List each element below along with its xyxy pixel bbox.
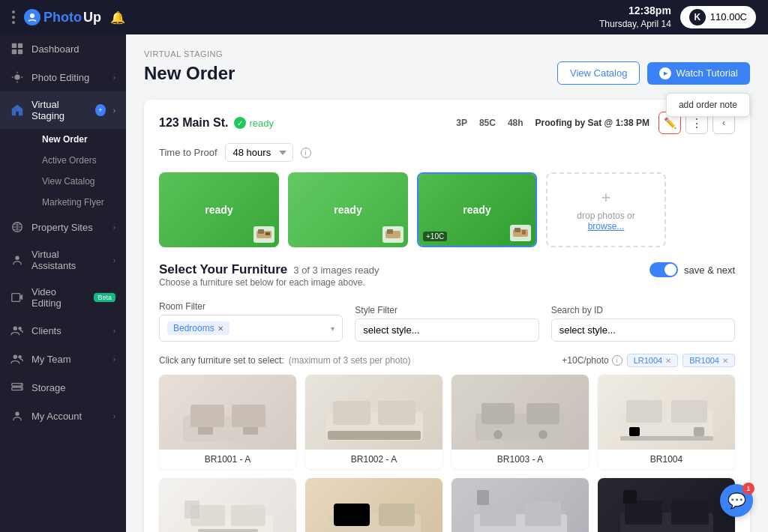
svg-rect-41 bbox=[626, 400, 662, 423]
svg-rect-36 bbox=[482, 403, 514, 424]
furniture-item-br2002a[interactable]: BR2002 - A bbox=[598, 478, 735, 532]
chevron-icon: › bbox=[113, 412, 116, 420]
svg-rect-62 bbox=[671, 501, 709, 525]
photo-thumb-3[interactable]: ready +10C bbox=[417, 172, 537, 247]
svg-point-15 bbox=[21, 384, 22, 386]
furniture-item-br1005a[interactable]: BR1005 - A bbox=[159, 478, 296, 532]
photos-count: 3P bbox=[456, 118, 467, 128]
watch-tutorial-button[interactable]: Watch Tutorial bbox=[647, 62, 750, 85]
topbar-right: 12:38pm Thursday, April 14 K 110.00C bbox=[599, 4, 756, 31]
extra-cost-info-icon[interactable]: i bbox=[612, 355, 622, 366]
furniture-item-br1006a[interactable]: BR1006 - A bbox=[305, 478, 442, 532]
svg-rect-42 bbox=[671, 400, 707, 423]
svg-rect-61 bbox=[625, 501, 662, 525]
sidebar-item-virtual-staging[interactable]: Virtual Staging + › bbox=[0, 91, 126, 129]
sidebar-sub-item-view-catalog[interactable]: View Catalog bbox=[32, 171, 126, 192]
svg-rect-45 bbox=[694, 427, 704, 436]
furniture-item-br1003a[interactable]: BR1003 - A bbox=[452, 375, 589, 469]
sidebar-item-virtual-assistants[interactable]: Virtual Assistants › bbox=[0, 241, 126, 279]
sidebar-label-my-account: My Account bbox=[32, 411, 82, 422]
sidebar-item-photo-editing[interactable]: Photo Editing › bbox=[0, 63, 126, 91]
logo-up: Up bbox=[83, 10, 101, 25]
order-header: 123 Main St. ready 3P 85C 48h Proofing b… bbox=[159, 112, 735, 134]
svg-point-9 bbox=[14, 327, 17, 330]
order-meta: 3P 85C 48h Proofing by Sat @ 1:38 PM bbox=[456, 118, 650, 128]
sidebar-label-clients: Clients bbox=[32, 325, 62, 336]
chevron-icon: › bbox=[113, 355, 116, 363]
photo-thumb-1[interactable]: ready bbox=[159, 172, 279, 247]
svg-rect-43 bbox=[620, 436, 713, 441]
svg-rect-59 bbox=[477, 490, 489, 505]
chevron-icon: › bbox=[113, 106, 116, 115]
sidebar-item-dashboard[interactable]: Dashboard bbox=[0, 34, 126, 63]
current-time: 12:38pm bbox=[599, 4, 671, 19]
sidebar-sub-item-active-orders[interactable]: Active Orders bbox=[32, 150, 126, 171]
search-filter-wrap: select style... bbox=[551, 318, 735, 342]
svg-point-7 bbox=[15, 256, 19, 260]
search-filter-label: Search by ID bbox=[551, 305, 735, 315]
view-catalog-button[interactable]: View Catalog bbox=[557, 61, 640, 85]
svg-point-39 bbox=[538, 430, 548, 439]
order-address: 123 Main St. ready bbox=[159, 116, 274, 130]
drop-label: drop photos or bbox=[577, 211, 634, 221]
sidebar-label-video-editing: Video Editing bbox=[32, 286, 83, 309]
sidebar-label-property-sites: Property Sites bbox=[32, 222, 93, 233]
style-filter-group: Style Filter select style... bbox=[355, 305, 538, 342]
remove-bedrooms-tag[interactable]: ✕ bbox=[218, 324, 224, 333]
furniture-header: Select Your Furniture 3 of 3 images read… bbox=[159, 262, 735, 298]
sidebar-item-storage[interactable]: Storage bbox=[0, 373, 126, 402]
sidebar-item-my-account[interactable]: My Account › bbox=[0, 402, 126, 430]
sidebar-sub-item-new-order[interactable]: New Order bbox=[32, 129, 126, 150]
notification-bell-icon[interactable]: 🔔 bbox=[110, 10, 125, 25]
chat-bubble-button[interactable]: 💬 1 bbox=[720, 484, 753, 517]
menu-icon[interactable] bbox=[12, 10, 15, 24]
sidebar: Dashboard Photo Editing › Virtual Stagin… bbox=[0, 34, 126, 532]
svg-point-5 bbox=[14, 74, 20, 79]
sidebar-sub-item-marketing-flyer[interactable]: Marketing Flyer bbox=[32, 192, 126, 213]
sidebar-item-video-editing[interactable]: Video Editing Beta bbox=[0, 279, 126, 316]
svg-rect-4 bbox=[18, 49, 22, 54]
style-filter-select[interactable]: select style... bbox=[355, 318, 538, 342]
svg-rect-2 bbox=[18, 43, 22, 48]
furniture-subtitle: Choose a furniture set below for each im… bbox=[159, 277, 379, 288]
logo[interactable]: Photo Up bbox=[24, 9, 101, 25]
remove-lr1004-tag[interactable]: ✕ bbox=[665, 357, 671, 365]
time-to-proof-select[interactable]: 48 hours 24 hours 72 hours bbox=[225, 143, 293, 162]
furniture-item-br1002a[interactable]: BR1002 - A bbox=[305, 375, 442, 469]
style-filter-label: Style Filter bbox=[355, 305, 538, 315]
photo-grid: ready ready bbox=[159, 172, 735, 247]
sidebar-item-property-sites[interactable]: Property Sites › bbox=[0, 213, 126, 241]
sidebar-item-my-team[interactable]: My Team › bbox=[0, 345, 126, 373]
furniture-item-br2001a[interactable]: BR2001 - A bbox=[452, 478, 589, 532]
chat-icon: 💬 bbox=[728, 492, 746, 510]
room-filter-input[interactable]: Bedrooms ✕ ▾ bbox=[159, 315, 343, 342]
furniture-item-br1001a[interactable]: BR1001 - A bbox=[159, 375, 296, 469]
chevron-icon: › bbox=[113, 73, 116, 82]
svg-rect-48 bbox=[231, 505, 266, 526]
plus-badge: + bbox=[95, 104, 106, 116]
svg-rect-64 bbox=[623, 490, 637, 504]
svg-point-10 bbox=[18, 327, 22, 330]
save-next-switch[interactable] bbox=[650, 262, 678, 277]
time-to-proof-label: Time to Proof bbox=[159, 147, 218, 158]
photo-add-button[interactable]: + drop photos or browse... bbox=[546, 172, 666, 247]
credits-badge[interactable]: K 110.00C bbox=[680, 6, 756, 28]
time-info-icon[interactable]: i bbox=[301, 148, 311, 158]
furniture-grid: BR1001 - A BR1002 - A bbox=[159, 375, 735, 532]
sidebar-item-clients[interactable]: Clients › bbox=[0, 316, 126, 345]
active-tag-lr1004[interactable]: LR1004 ✕ bbox=[627, 354, 679, 367]
photo-thumb-2[interactable]: ready bbox=[288, 172, 408, 247]
credits-amount: 110.00C bbox=[710, 11, 747, 22]
browse-link[interactable]: browse... bbox=[577, 221, 634, 232]
photo-status-1: ready bbox=[205, 204, 232, 216]
svg-rect-27 bbox=[190, 405, 224, 427]
remove-br1004-tag[interactable]: ✕ bbox=[722, 357, 728, 365]
svg-rect-19 bbox=[258, 229, 264, 234]
svg-rect-1 bbox=[12, 43, 16, 48]
topbar: Photo Up 🔔 12:38pm Thursday, April 14 K … bbox=[0, 0, 768, 34]
active-tag-br1004[interactable]: BR1004 ✕ bbox=[682, 354, 735, 367]
extra-cost: +10C/photo i bbox=[562, 355, 622, 366]
furniture-item-br1004[interactable]: BR1004 bbox=[598, 375, 735, 469]
search-filter-select[interactable]: select style... bbox=[551, 318, 735, 342]
current-date: Thursday, April 14 bbox=[599, 18, 671, 31]
